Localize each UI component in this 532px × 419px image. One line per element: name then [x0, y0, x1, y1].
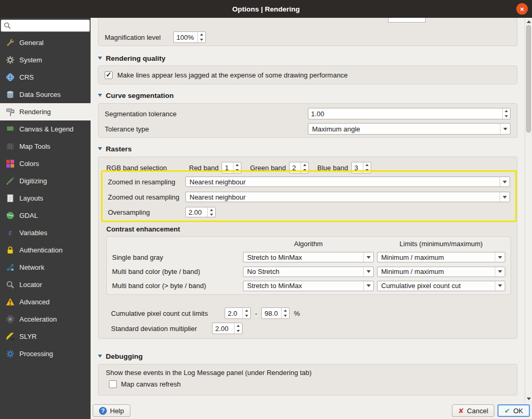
single-band-gray-label: Single band gray: [112, 253, 240, 261]
stddev-multiplier-row: Standard deviation multiplier 2.00: [111, 323, 242, 334]
sidebar-item-locator[interactable]: Locator: [0, 276, 91, 293]
sidebar-item-map-tools[interactable]: Map Tools: [0, 138, 91, 155]
collapse-arrow-icon: [98, 355, 102, 358]
spinner-buttons[interactable]: [242, 308, 250, 318]
gears-icon: [5, 56, 15, 65]
sidebar-item-label: CRS: [19, 73, 34, 81]
palette-icon: [5, 159, 15, 169]
single-band-gray-algorithm-dropdown[interactable]: Stretch to MinMax: [243, 252, 374, 262]
sidebar-item-label: Data Sources: [19, 91, 61, 98]
stddev-multiplier-spinbox[interactable]: 2.00: [212, 323, 242, 334]
sidebar-item-label: Layouts: [19, 194, 43, 202]
sidebar-item-slyr[interactable]: SLYR: [0, 328, 91, 345]
close-button[interactable]: ×: [516, 3, 528, 15]
scrollbar-thumb[interactable]: [526, 25, 531, 133]
chevron-down-icon: [500, 192, 509, 202]
sidebar-item-digitizing[interactable]: Digitizing: [0, 172, 91, 190]
sidebar-item-advanced[interactable]: Advanced: [0, 293, 91, 311]
chevron-down-icon: [495, 252, 505, 262]
cancel-button[interactable]: ✘ Cancel: [452, 404, 494, 417]
cumulative-max-spinbox[interactable]: 98.0: [261, 307, 290, 319]
scroll-down-arrow-icon[interactable]: [525, 395, 532, 402]
sidebar-item-network[interactable]: Network: [0, 259, 91, 276]
sidebar-item-canvas-legend[interactable]: Canvas & Legend: [0, 120, 91, 138]
segmentation-tolerance-row: Segmentation tolerance 1.00: [105, 108, 511, 119]
segmentation-tolerance-spinbox[interactable]: 1.00: [308, 108, 511, 119]
collapse-arrow-icon: [98, 147, 102, 150]
sidebar-item-processing[interactable]: Processing: [0, 345, 91, 362]
search-icon: [3, 21, 12, 30]
antialias-checkbox[interactable]: [105, 71, 113, 79]
partial-spinbox[interactable]: [388, 18, 426, 23]
sidebar-item-general[interactable]: General: [0, 34, 91, 51]
paint-roller-icon: [5, 107, 15, 117]
sidebar-item-gdal[interactable]: GDAL: [0, 207, 91, 224]
contrast-enhancement-title: Contrast enhancement: [106, 225, 180, 233]
range-separator: -: [255, 310, 257, 317]
sidebar-item-colors[interactable]: Colors: [0, 155, 91, 172]
spinner-buttons[interactable]: [502, 108, 510, 119]
wrench-icon: [5, 38, 15, 48]
spinner-buttons[interactable]: [207, 207, 215, 217]
multi-band-gt-byte-algorithm-dropdown[interactable]: Stretch to MinMax: [243, 281, 374, 291]
sidebar-item-acceleration[interactable]: Acceleration: [0, 311, 91, 328]
spinner-buttons[interactable]: [234, 323, 242, 334]
cumulative-min-spinbox[interactable]: 2.0: [225, 307, 251, 319]
chevron-down-icon: [495, 281, 505, 291]
map-canvas-refresh-row: Map canvas refresh: [109, 380, 509, 388]
slyr-icon: [5, 332, 15, 341]
curve-segmentation-group: Segmentation tolerance 1.00 Tolerance ty…: [98, 103, 517, 138]
section-curve-segmentation[interactable]: Curve segmentation: [98, 91, 174, 100]
sidebar-item-variables[interactable]: ε Variables: [0, 224, 91, 241]
single-band-gray-limits-dropdown[interactable]: Minimum / maximum: [377, 252, 505, 262]
map-canvas-refresh-label: Map canvas refresh: [121, 380, 181, 388]
section-rasters[interactable]: Rasters: [98, 144, 132, 153]
help-icon: ?: [99, 407, 107, 415]
sidebar-item-label: Rendering: [19, 108, 51, 116]
vertical-scrollbar[interactable]: [525, 18, 532, 402]
sidebar-item-rendering[interactable]: Rendering: [0, 103, 91, 120]
sidebar-item-layouts[interactable]: Layouts: [0, 190, 91, 207]
map-icon: [5, 142, 15, 151]
algorithm-header: Algorithm: [243, 240, 374, 248]
sidebar-item-label: General: [19, 39, 43, 47]
collapse-arrow-icon: [98, 94, 102, 97]
collapse-arrow-icon: [98, 57, 102, 60]
oversampling-spinbox[interactable]: 2.00: [185, 207, 216, 217]
sidebar-item-system[interactable]: System: [0, 51, 91, 69]
map-canvas-refresh-checkbox[interactable]: [109, 380, 117, 388]
scroll-up-arrow-icon[interactable]: [525, 18, 532, 25]
ok-button[interactable]: ✔ OK: [497, 404, 530, 417]
section-rendering-quality[interactable]: Rendering quality: [98, 53, 165, 63]
zoomed-out-resampling-dropdown[interactable]: Nearest neighbour: [185, 192, 510, 202]
ok-check-icon: ✔: [504, 407, 510, 415]
section-debugging[interactable]: Debugging: [98, 351, 143, 361]
ok-button-label: OK: [513, 407, 523, 415]
chevron-down-icon: [363, 252, 373, 262]
stddev-multiplier-label: Standard deviation multiplier: [111, 325, 208, 333]
tolerance-type-label: Tolerance type: [105, 125, 308, 133]
sidebar-item-label: System: [19, 56, 42, 64]
sidebar-item-label: Network: [19, 263, 45, 271]
tolerance-type-row: Tolerance type Maximum angle: [105, 123, 511, 135]
spinner-buttons[interactable]: [197, 32, 205, 42]
database-icon: [5, 90, 15, 100]
multi-band-byte-limits-dropdown[interactable]: Minimum / maximum: [377, 267, 505, 277]
lock-icon: [5, 246, 15, 255]
multi-band-byte-algorithm-dropdown[interactable]: No Stretch: [243, 267, 374, 277]
sidebar-item-data-sources[interactable]: Data Sources: [0, 86, 91, 103]
help-button[interactable]: ? Help: [93, 404, 130, 417]
contrast-enhancement-table: Algorithm Limits (minimum/maximum) Singl…: [106, 236, 511, 295]
sidebar-item-authentication[interactable]: Authentication: [0, 241, 91, 259]
segmentation-tolerance-label: Segmentation tolerance: [105, 110, 308, 118]
zoomed-in-resampling-dropdown[interactable]: Nearest neighbour: [185, 177, 510, 187]
epsilon-icon: ε: [5, 228, 15, 238]
spinner-buttons[interactable]: [281, 308, 289, 318]
sidebar-item-crs[interactable]: CRS: [0, 69, 91, 86]
tolerance-type-dropdown[interactable]: Maximum angle: [308, 123, 511, 135]
multi-band-gt-byte-limits-dropdown[interactable]: Cumulative pixel count cut: [377, 281, 505, 291]
debugging-description: Show these events in the Log Message pan…: [106, 369, 509, 377]
magnification-spinbox[interactable]: 100%: [173, 31, 206, 43]
search-input[interactable]: [1, 19, 90, 32]
titlebar: Options | Rendering ×: [0, 0, 532, 18]
